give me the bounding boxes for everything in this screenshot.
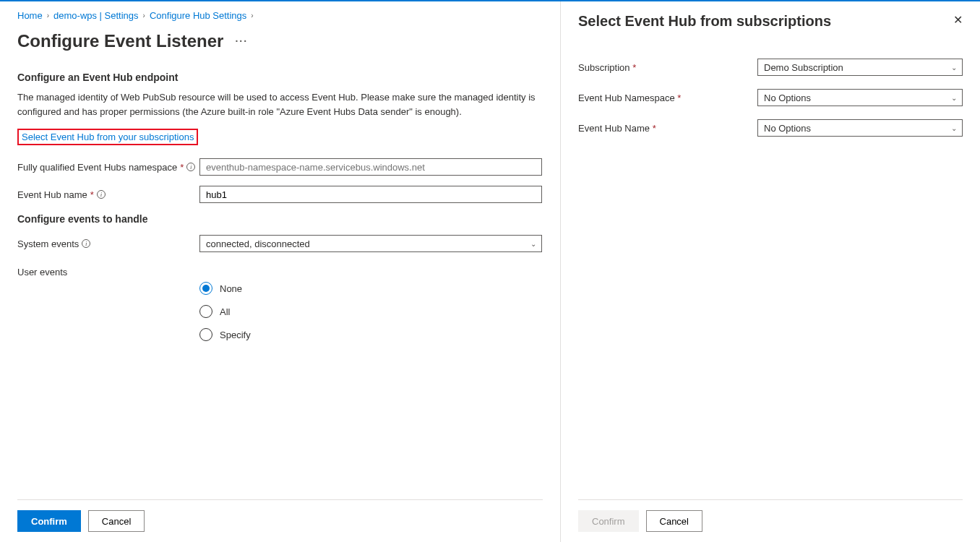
chevron-right-icon: › <box>251 12 253 20</box>
radio-button-icon <box>199 305 212 318</box>
required-asterisk: * <box>180 162 184 173</box>
radio-none[interactable]: None <box>199 282 543 295</box>
cancel-button[interactable]: Cancel <box>88 510 145 532</box>
main-panel: Home › demo-wps | Settings › Configure H… <box>0 1 561 542</box>
radio-specify-label: Specify <box>220 330 251 340</box>
eh-namespace-select[interactable]: No Options <box>757 89 963 106</box>
subscription-label: Subscription * <box>578 62 757 73</box>
required-asterisk: * <box>653 123 656 134</box>
chevron-right-icon: › <box>47 12 49 20</box>
section-events-title: Configure events to handle <box>17 213 543 225</box>
system-events-select[interactable]: connected, disconnected <box>199 235 542 252</box>
section-endpoint-title: Configure an Event Hub endpoint <box>17 72 543 83</box>
radio-all[interactable]: All <box>199 305 543 318</box>
side-panel: Select Event Hub from subscriptions ✕ Su… <box>561 1 980 542</box>
more-icon[interactable]: ··· <box>235 35 248 47</box>
hubname-input[interactable] <box>199 186 542 203</box>
info-icon[interactable]: i <box>186 163 195 171</box>
breadcrumb-home[interactable]: Home <box>17 10 43 21</box>
select-from-subs-highlight: Select Event Hub from your subscriptions <box>17 129 198 145</box>
side-cancel-button[interactable]: Cancel <box>646 510 702 532</box>
subscription-select[interactable]: Demo Subscription <box>757 59 963 76</box>
radio-button-icon <box>199 328 212 341</box>
eh-name-select[interactable]: No Options <box>757 119 963 137</box>
required-asterisk: * <box>632 62 636 73</box>
required-asterisk: * <box>90 189 94 200</box>
select-from-subs-link[interactable]: Select Event Hub from your subscriptions <box>22 132 194 142</box>
chevron-right-icon: › <box>143 12 145 20</box>
close-icon[interactable]: ✕ <box>953 13 963 27</box>
namespace-input[interactable] <box>199 158 542 176</box>
user-events-label: User events <box>17 262 199 278</box>
side-confirm-button: Confirm <box>578 510 639 532</box>
radio-specify[interactable]: Specify <box>199 328 543 341</box>
namespace-label: Fully qualified Event Hubs namespace * i <box>17 162 199 173</box>
eh-name-label: Event Hub Name * <box>578 123 757 134</box>
main-footer: Confirm Cancel <box>17 499 543 542</box>
side-panel-title: Select Event Hub from subscriptions <box>578 13 831 30</box>
side-footer: Confirm Cancel <box>578 499 963 542</box>
confirm-button[interactable]: Confirm <box>17 510 81 532</box>
breadcrumb-configure[interactable]: Configure Hub Settings <box>150 10 246 21</box>
info-icon[interactable]: i <box>82 239 90 248</box>
page-title: Configure Event Listener ··· <box>17 31 543 51</box>
system-events-label: System events i <box>17 238 199 249</box>
page-title-text: Configure Event Listener <box>17 31 223 51</box>
section-endpoint-desc: The managed identity of Web PubSub resou… <box>17 90 543 119</box>
breadcrumb-settings[interactable]: demo-wps | Settings <box>53 10 139 21</box>
required-asterisk: * <box>677 93 681 103</box>
info-icon[interactable]: i <box>97 190 106 199</box>
radio-none-label: None <box>220 283 242 294</box>
radio-all-label: All <box>220 306 230 317</box>
radio-button-icon <box>199 282 212 295</box>
breadcrumb: Home › demo-wps | Settings › Configure H… <box>17 10 543 21</box>
eh-namespace-label: Event Hub Namespace * <box>578 93 757 103</box>
hubname-label: Event Hub name * i <box>17 189 199 200</box>
